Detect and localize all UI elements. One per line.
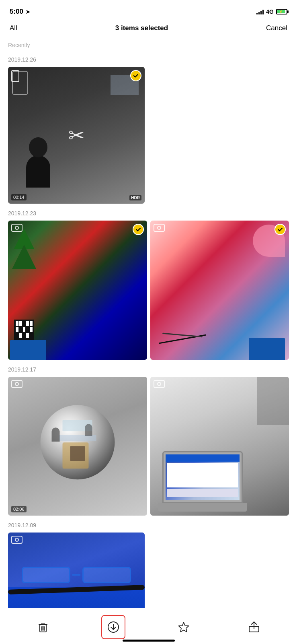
network-label: 4G <box>266 8 274 15</box>
photo-item[interactable]: 02:06 <box>8 377 147 516</box>
photo-item[interactable] <box>8 221 147 360</box>
camera-icon <box>11 224 23 232</box>
camera-lens <box>157 226 161 230</box>
phone-icon <box>11 70 19 82</box>
date-header-2019-12-26: 2019.12.26 <box>8 56 289 63</box>
camera-lens <box>15 226 19 230</box>
photo-grid-2019-12-17: 02:06 <box>8 377 289 516</box>
selected-check[interactable] <box>130 70 141 81</box>
status-right: 4G ⚡ <box>256 8 287 15</box>
camera-lens <box>157 382 161 386</box>
nav-bar: All 3 items selected Cancel <box>0 21 297 39</box>
share-icon <box>248 621 260 634</box>
video-duration-badge: 00:14 <box>11 194 27 200</box>
svg-rect-0 <box>40 625 46 632</box>
scissors-icon: ✂ <box>68 124 84 147</box>
camera-icon <box>154 380 165 388</box>
selected-check[interactable] <box>274 224 286 235</box>
status-time: 5:00 ➤ <box>10 8 30 16</box>
partial-date-header: Recently <box>8 39 289 50</box>
photo-item[interactable] <box>150 377 289 516</box>
camera-icon <box>11 380 23 388</box>
camera-lens <box>15 538 19 542</box>
hdr-badge: HDR <box>129 195 141 200</box>
location-arrow-icon: ➤ <box>26 9 30 15</box>
share-button[interactable] <box>242 615 266 639</box>
date-header-2019-12-09: 2019.12.09 <box>8 522 289 528</box>
download-icon <box>107 621 120 634</box>
battery-icon: ⚡ <box>276 9 287 14</box>
date-header-2019-12-17: 2019.12.17 <box>8 366 289 373</box>
photo-list: Recently 2019.12.26 ✂ 00:14 HDR <box>0 39 297 644</box>
svg-marker-8 <box>178 622 188 632</box>
bottom-toolbar <box>0 608 297 644</box>
nav-all-button[interactable]: All <box>10 24 17 32</box>
date-header-2019-12-23: 2019.12.23 <box>8 210 289 217</box>
favorite-button[interactable] <box>172 615 196 639</box>
download-button[interactable] <box>101 615 125 639</box>
battery-fill: ⚡ <box>277 10 285 13</box>
signal-icon <box>256 9 264 14</box>
status-bar: 5:00 ➤ 4G ⚡ <box>0 0 297 21</box>
star-icon <box>177 621 190 634</box>
camera-icon <box>154 224 165 232</box>
photo-item[interactable]: ✂ 00:14 HDR <box>8 67 145 204</box>
video-duration-badge: 02:06 <box>11 506 27 512</box>
photo-grid-2019-12-26: ✂ 00:14 HDR <box>8 67 289 204</box>
camera-lens <box>15 382 19 386</box>
trash-icon <box>37 621 49 634</box>
selected-check[interactable] <box>133 224 144 235</box>
cancel-button[interactable]: Cancel <box>266 24 287 32</box>
selection-count-title: 3 items selected <box>115 24 168 32</box>
camera-icon <box>11 536 23 544</box>
photo-grid-2019-12-23 <box>8 221 289 360</box>
time-display: 5:00 <box>10 8 23 16</box>
delete-button[interactable] <box>31 615 55 639</box>
home-indicator <box>123 640 175 642</box>
photo-item[interactable] <box>150 221 289 360</box>
